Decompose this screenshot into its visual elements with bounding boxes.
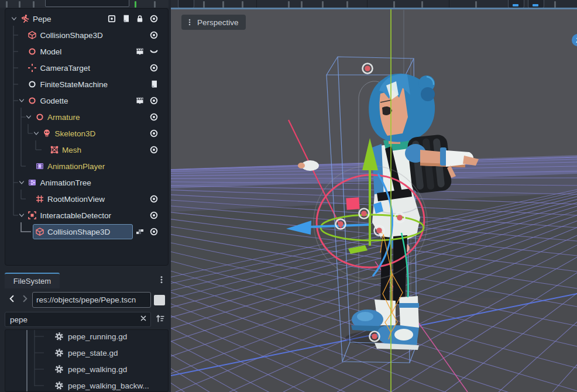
- rotate-tool-icon[interactable]: [222, 1, 224, 8]
- chevron-down-icon[interactable]: [10, 15, 18, 23]
- tree-node-godette[interactable]: Godette: [5, 92, 168, 109]
- tree-node-armature[interactable]: Armature: [5, 109, 168, 125]
- sun-icon[interactable]: [421, 1, 423, 8]
- clear-search-icon[interactable]: [136, 312, 150, 326]
- node-label: Armature: [47, 113, 80, 122]
- animation-player-icon: [35, 161, 44, 171]
- toggle-split-mode-button[interactable]: [154, 295, 165, 305]
- area3d-icon: [28, 211, 37, 221]
- instanced-scene-icon[interactable]: [133, 46, 147, 57]
- script-icon[interactable]: [147, 79, 161, 90]
- visibility-icon[interactable]: [147, 194, 161, 204]
- viewport-3d[interactable]: Perspective Z: [171, 8, 577, 392]
- tree-node-rootmotionview[interactable]: RootMotionView: [5, 191, 168, 207]
- visibility-icon[interactable]: [147, 63, 161, 73]
- node-label: AnimationTree: [40, 178, 91, 187]
- visibility-icon[interactable]: [147, 13, 161, 24]
- local-space-button[interactable]: [528, 0, 544, 8]
- chevron-down-icon[interactable]: [32, 129, 40, 137]
- current-path-field[interactable]: [32, 292, 151, 308]
- snap-icon[interactable]: [393, 1, 395, 8]
- visibility-icon[interactable]: [147, 95, 161, 106]
- node-label: Skeleton3D: [55, 129, 96, 138]
- unlock-object-icon[interactable]: [301, 1, 303, 8]
- file-name: pepe_walking_backw...: [68, 381, 149, 390]
- collision-shape-icon: [35, 227, 44, 237]
- chevron-down-icon[interactable]: [18, 178, 26, 187]
- group-icon[interactable]: [105, 13, 119, 24]
- tree-node-interactabledetector[interactable]: InteractableDetector: [5, 207, 168, 223]
- lock-object-icon[interactable]: [288, 1, 290, 8]
- move-tool-icon[interactable]: [203, 1, 205, 8]
- visibility-off-icon[interactable]: [147, 46, 161, 57]
- tree-node-model[interactable]: Model: [5, 43, 168, 60]
- file-item[interactable]: pepe_running.gd: [5, 329, 168, 345]
- visibility-icon[interactable]: [147, 210, 161, 221]
- lock-icon[interactable]: [133, 13, 147, 24]
- attach-script-icon[interactable]: [135, 1, 136, 8]
- visibility-icon[interactable]: [147, 226, 161, 237]
- chevron-spacer: [18, 47, 26, 56]
- node-filter-field[interactable]: [45, 0, 129, 7]
- tree-node-animationplayer[interactable]: AnimationPlayer: [5, 158, 168, 174]
- scale-tool-icon[interactable]: [242, 1, 243, 8]
- filesystem-search: [5, 312, 151, 327]
- node-label: Mesh: [62, 146, 81, 154]
- marker3d-icon: [28, 63, 37, 73]
- snap-settings-icon[interactable]: [554, 1, 556, 8]
- chevron-spacer: [25, 162, 33, 170]
- scene-dock-toolbar: [0, 0, 169, 8]
- viewport-top-border: [171, 8, 577, 9]
- visibility-icon[interactable]: [147, 128, 161, 139]
- chevron-spacer: [18, 31, 26, 39]
- chevron-spacer: [25, 195, 33, 203]
- plane-x-handle[interactable]: [346, 197, 359, 209]
- gdscript-icon: [54, 332, 64, 341]
- search-files-input[interactable]: [5, 315, 136, 324]
- gizmo-icon[interactable]: [133, 226, 147, 237]
- transform-dialog-button[interactable]: [508, 0, 524, 8]
- chevron-down-icon[interactable]: [18, 211, 26, 219]
- preview-camera-icon[interactable]: [475, 1, 477, 8]
- file-item[interactable]: pepe_state.gd: [5, 345, 168, 361]
- visibility-icon[interactable]: [147, 112, 161, 122]
- add-node-icon[interactable]: [6, 1, 8, 8]
- node-label: Godette: [40, 97, 68, 105]
- link-scene-icon[interactable]: [19, 1, 20, 8]
- node-label: FiniteStateMachine: [40, 80, 108, 89]
- file-item[interactable]: pepe_walking.gd: [5, 361, 168, 377]
- file-item[interactable]: pepe_walking_backw...: [5, 377, 168, 392]
- tree-node-collisionshape3d[interactable]: CollisionShape3D: [5, 223, 168, 240]
- tree-node-animationtree[interactable]: AnimationTree: [5, 174, 168, 191]
- script-icon[interactable]: [119, 13, 133, 24]
- ruler-icon[interactable]: [346, 1, 348, 8]
- tree-node-mesh[interactable]: Mesh: [5, 142, 168, 158]
- instanced-scene-icon[interactable]: [133, 95, 147, 106]
- history-back-button[interactable]: [6, 293, 18, 307]
- chevron-down-icon[interactable]: [25, 113, 33, 121]
- detach-script-icon[interactable]: [154, 1, 156, 8]
- history-forward-button[interactable]: [19, 293, 30, 307]
- chevron-down-icon[interactable]: [18, 97, 26, 105]
- visibility-icon[interactable]: [147, 30, 161, 40]
- sort-files-button[interactable]: [153, 312, 167, 327]
- file-name: pepe_state.gd: [68, 349, 118, 357]
- dock-menu-icon[interactable]: [157, 275, 167, 286]
- node-label: InteractableDetector: [40, 211, 112, 220]
- file-name: pepe_running.gd: [68, 332, 127, 341]
- node-label: Model: [40, 47, 62, 56]
- tree-node-collisionshape3d[interactable]: CollisionShape3D: [5, 27, 168, 43]
- select-tool-button[interactable]: [178, 0, 194, 8]
- tab-filesystem[interactable]: FileSystem: [5, 273, 60, 288]
- tree-node-finitestatemachine[interactable]: FiniteStateMachine: [5, 76, 168, 92]
- view-menu-button[interactable]: Perspective: [181, 15, 246, 30]
- group-object-icon[interactable]: [322, 1, 324, 8]
- tree-node-skeleton3d[interactable]: Skeleton3D: [5, 125, 168, 142]
- visibility-icon[interactable]: [147, 145, 161, 155]
- gdscript-icon: [54, 365, 64, 374]
- node-label: CollisionShape3D: [47, 228, 110, 236]
- node3d-icon: [28, 96, 37, 106]
- tree-node-pepe[interactable]: Pepe: [5, 11, 168, 27]
- scene-render: [171, 8, 577, 392]
- tree-node-cameratarget[interactable]: CameraTarget: [5, 60, 168, 76]
